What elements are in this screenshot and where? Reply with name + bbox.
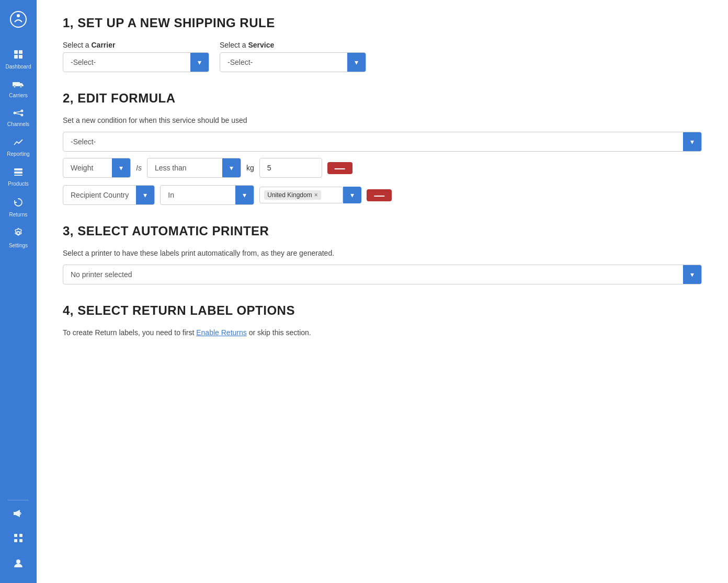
comparator-value-2[interactable]: In (161, 186, 235, 204)
field-dropdown-btn-2[interactable]: ▾ (136, 186, 154, 204)
section-2-title: 2, EDIT FORMULA (63, 91, 702, 106)
return-desc-after: or skip this section. (249, 328, 311, 337)
chevron-down-icon: ▾ (243, 191, 246, 199)
printer-select-value[interactable]: No printer selected (63, 265, 683, 284)
condition-select-row: -Select- ▾ (63, 132, 702, 152)
megaphone-icon (13, 509, 24, 521)
value-input-1[interactable] (259, 158, 322, 178)
carrier-service-row: Select a Carrier -Select- ▾ Select a Ser… (63, 41, 702, 72)
sidebar: Dashboard Carriers Channels Reporting Pr… (0, 0, 37, 583)
svg-rect-18 (19, 534, 22, 537)
sidebar-item-label: Channels (7, 121, 29, 127)
field-dropdown-btn-1[interactable]: ▾ (112, 158, 130, 177)
printer-dropdown-btn[interactable]: ▾ (683, 265, 701, 284)
condition-select-wrapper: -Select- ▾ (63, 132, 702, 152)
sidebar-item-reporting[interactable]: Reporting (0, 132, 37, 162)
sidebar-item-label: Returns (9, 212, 27, 218)
sidebar-item-label: Settings (9, 243, 28, 248)
printer-select-wrapper: No printer selected ▾ (63, 265, 702, 284)
chevron-down-icon: ▾ (355, 58, 358, 66)
return-desc-before: To create Return labels, you need to fir… (63, 328, 196, 337)
comparator-dropdown-btn-2[interactable]: ▾ (235, 186, 254, 204)
channels-icon (13, 109, 24, 120)
section-3: 3, SELECT AUTOMATIC PRINTER Select a pri… (63, 224, 702, 284)
svg-rect-19 (14, 539, 17, 542)
sidebar-item-products[interactable]: Products (0, 162, 37, 192)
printer-description: Select a printer to have these labels pr… (63, 249, 702, 257)
returns-icon (13, 197, 24, 210)
tag-label: United Kingdom (267, 191, 312, 199)
svg-point-1 (17, 14, 20, 17)
service-label: Select a Service (220, 41, 366, 49)
sidebar-item-megaphone[interactable] (8, 504, 29, 528)
service-group: Select a Service -Select- ▾ (220, 41, 366, 72)
tag-united-kingdom: United Kingdom × (264, 190, 321, 200)
tags-dropdown-btn[interactable]: ▾ (343, 187, 361, 203)
comparator-select-wrapper-1: Less than ▾ (147, 158, 241, 178)
svg-rect-3 (19, 50, 22, 54)
remove-row-btn-1[interactable]: — (327, 162, 352, 174)
formula-row-2: Recipient Country ▾ In ▾ United Kingdom (63, 185, 702, 205)
comparator-value-1[interactable]: Less than (147, 158, 222, 177)
sidebar-bottom (8, 497, 29, 578)
svg-rect-15 (14, 172, 22, 174)
chevron-down-icon: ▾ (690, 138, 694, 146)
chevron-down-icon: ▾ (230, 164, 233, 172)
service-select-value[interactable]: -Select- (220, 53, 347, 72)
section-3-title: 3, SELECT AUTOMATIC PRINTER (63, 224, 702, 238)
section-1-title: 1, SET UP A NEW SHIPPING RULE (63, 16, 702, 30)
field-select-value-1[interactable]: Weight (63, 158, 112, 177)
condition-dropdown-btn[interactable]: ▾ (683, 132, 701, 151)
page-content: 1, SET UP A NEW SHIPPING RULE Select a C… (37, 0, 728, 583)
tags-wrapper[interactable]: United Kingdom × (259, 187, 343, 203)
sidebar-logo (9, 5, 27, 36)
enable-returns-link[interactable]: Enable Returns (196, 328, 247, 337)
carrier-select-value[interactable]: -Select- (63, 53, 190, 72)
condition-description: Set a new condition for when this servic… (63, 116, 702, 124)
return-description: To create Return labels, you need to fir… (63, 328, 702, 337)
sidebar-item-label: Dashboard (6, 64, 31, 70)
formula-row-1: Weight ▾ Is Less than ▾ kg — (63, 158, 702, 178)
section-2: 2, EDIT FORMULA Set a new condition for … (63, 91, 702, 205)
chevron-down-icon: ▾ (143, 191, 147, 199)
section-4: 4, SELECT RETURN LABEL OPTIONS To create… (63, 303, 702, 337)
sidebar-item-user[interactable] (8, 553, 29, 578)
main-content: 1, SET UP A NEW SHIPPING RULE Select a C… (37, 0, 728, 583)
sidebar-item-label: Carriers (9, 93, 28, 98)
service-dropdown-btn[interactable]: ▾ (347, 53, 366, 72)
tag-close-btn[interactable]: × (314, 191, 318, 199)
svg-point-8 (20, 86, 22, 88)
sidebar-item-channels[interactable]: Channels (0, 104, 37, 132)
comparator-dropdown-btn-1[interactable]: ▾ (222, 158, 241, 177)
service-select-wrapper: -Select- ▾ (220, 52, 366, 72)
field-select-value-2[interactable]: Recipient Country (63, 186, 136, 204)
remove-row-btn-2[interactable]: — (367, 189, 392, 201)
svg-line-12 (16, 111, 21, 112)
sidebar-item-grid[interactable] (8, 528, 29, 553)
sidebar-item-settings[interactable]: Settings (0, 223, 37, 254)
section-4-title: 4, SELECT RETURN LABEL OPTIONS (63, 303, 702, 318)
svg-point-10 (21, 110, 24, 112)
field-select-wrapper-2: Recipient Country ▾ (63, 185, 155, 205)
section-1: 1, SET UP A NEW SHIPPING RULE Select a C… (63, 16, 702, 72)
carrier-select-wrapper: -Select- ▾ (63, 52, 209, 72)
products-icon (13, 167, 24, 179)
svg-rect-2 (14, 50, 18, 54)
tags-with-dropdown: United Kingdom × ▾ (259, 187, 361, 203)
sidebar-item-returns[interactable]: Returns (0, 192, 37, 223)
svg-rect-6 (13, 82, 20, 86)
sidebar-item-dashboard[interactable]: Dashboard (0, 44, 37, 75)
reporting-icon (13, 138, 24, 150)
carrier-dropdown-btn[interactable]: ▾ (190, 53, 209, 72)
carriers-icon (13, 80, 24, 91)
operator-label-1: Is (136, 164, 142, 172)
minus-icon: — (374, 189, 384, 201)
sidebar-item-carriers[interactable]: Carriers (0, 75, 37, 104)
user-icon (13, 558, 24, 571)
svg-rect-14 (14, 168, 22, 170)
sidebar-item-label: Reporting (7, 151, 29, 157)
condition-select-value[interactable]: -Select- (63, 132, 683, 151)
sidebar-divider (8, 500, 29, 500)
comparator-select-wrapper-2: In ▾ (160, 185, 254, 205)
carrier-group: Select a Carrier -Select- ▾ (63, 41, 209, 72)
